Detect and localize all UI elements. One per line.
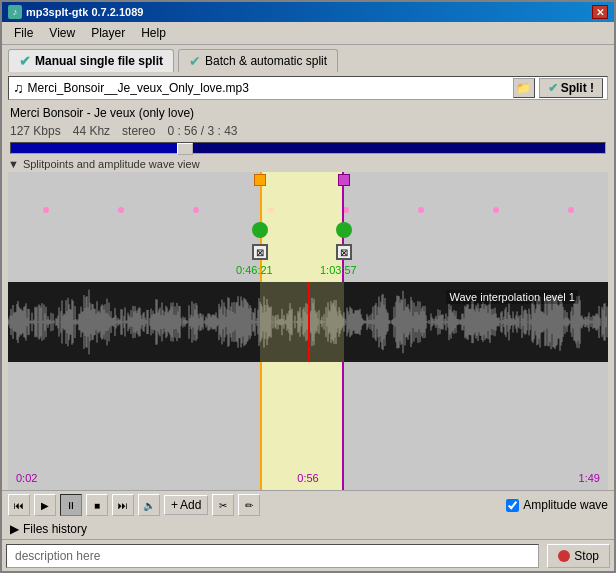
status-text-content: description here <box>15 549 100 563</box>
time-start: 0:02 <box>16 472 37 488</box>
track-details: 127 Kbps 44 Khz stereo 0 : 56 / 3 : 43 <box>2 122 614 140</box>
track-mode: stereo <box>122 124 155 138</box>
progress-bar[interactable] <box>10 142 606 154</box>
add-splitpoint-button[interactable]: + Add <box>164 495 208 515</box>
pink-dot-1 <box>43 207 49 213</box>
files-history-row[interactable]: ▶ Files history <box>2 519 614 539</box>
file-row: ♫ Merci_Bonsoir__Je_veux_Only_love.mp3 📁… <box>8 76 608 100</box>
splitpoint-right-time: 1:03:57 <box>320 264 357 276</box>
app-icon: ♪ <box>8 5 22 19</box>
time-axis: 0:02 0:56 1:49 <box>8 470 608 490</box>
wave-section-header: ▼ Splitpoints and amplitude wave view <box>2 156 614 172</box>
tabs-bar: ✔ Manual single file split ✔ Batch & aut… <box>2 45 614 72</box>
pause-button[interactable]: ⏸ <box>60 494 82 516</box>
title-bar-left: ♪ mp3splt-gtk 0.7.2.1089 <box>8 5 143 19</box>
menu-file[interactable]: File <box>6 24 41 42</box>
track-time: 0 : 56 / 3 : 43 <box>167 124 237 138</box>
tab-check-icon: ✔ <box>19 53 31 69</box>
splitpoint-right-dot[interactable] <box>336 222 352 238</box>
file-music-icon: ♫ <box>13 80 24 96</box>
plus-icon: + <box>171 498 178 512</box>
pink-dot-8 <box>568 207 574 213</box>
menu-bar: File View Player Help <box>2 22 614 45</box>
splitpoint-left-cross[interactable]: ⊠ <box>252 244 268 260</box>
files-history-label: Files history <box>23 522 87 536</box>
splitpoint-left-marker[interactable] <box>254 174 266 186</box>
browse-button[interactable]: 📁 <box>513 78 535 98</box>
splitpoint-right-marker[interactable] <box>338 174 350 186</box>
amplitude-check-group: Amplitude wave <box>506 498 608 512</box>
splitpoint-left-time: 0:46:21 <box>236 264 273 276</box>
transport-bar: ⏮ ▶ ⏸ ■ ⏭ 🔈 + Add ✂ ✏ Amplitude wave <box>2 490 614 519</box>
menu-view[interactable]: View <box>41 24 83 42</box>
add-label: Add <box>180 498 201 512</box>
pink-dot-7 <box>493 207 499 213</box>
volume-button[interactable]: 🔈 <box>138 494 160 516</box>
wave-interpolation-label: Wave interpolation level 1 <box>446 290 578 304</box>
pink-dot-2 <box>118 207 124 213</box>
wave-container[interactable]: ⊠ ⊠ 0:46:21 1:03:57 Wave interpolation l… <box>8 172 608 490</box>
time-end: 1:49 <box>579 472 600 488</box>
split-check-icon: ✔ <box>548 81 558 95</box>
progress-thumb[interactable] <box>177 143 193 155</box>
tab-batch-label: Batch & automatic split <box>205 54 327 68</box>
splitpoint-right-cross[interactable]: ⊠ <box>336 244 352 260</box>
track-freq: 44 Khz <box>73 124 110 138</box>
pink-dot-6 <box>418 207 424 213</box>
scissors-button[interactable]: ✂ <box>212 494 234 516</box>
file-name: Merci_Bonsoir__Je_veux_Only_love.mp3 <box>28 81 509 95</box>
expand-icon: ▶ <box>10 522 19 536</box>
stop-icon <box>558 550 570 562</box>
tab-manual-split[interactable]: ✔ Manual single file split <box>8 49 174 72</box>
tab-batch-check-icon: ✔ <box>189 53 201 69</box>
track-bitrate: 127 Kbps <box>10 124 61 138</box>
status-description: description here <box>6 544 539 568</box>
progress-fill <box>11 143 189 153</box>
wave-section-label: Splitpoints and amplitude wave view <box>23 158 200 170</box>
splitpoint-left-dot[interactable] <box>252 222 268 238</box>
menu-help[interactable]: Help <box>133 24 174 42</box>
track-title: Merci Bonsoir - Je veux (only love) <box>2 104 614 122</box>
stop-button[interactable]: ■ <box>86 494 108 516</box>
main-window: ♪ mp3splt-gtk 0.7.2.1089 ✕ File View Pla… <box>0 0 616 573</box>
collapse-icon: ▼ <box>8 158 19 170</box>
pencil-button[interactable]: ✏ <box>238 494 260 516</box>
play-button[interactable]: ▶ <box>34 494 56 516</box>
close-button[interactable]: ✕ <box>592 5 608 19</box>
stop-button-status[interactable]: Stop <box>547 544 610 568</box>
status-bar: description here Stop <box>2 539 614 571</box>
amplitude-label: Amplitude wave <box>523 498 608 512</box>
window-title: mp3splt-gtk 0.7.2.1089 <box>26 6 143 18</box>
amplitude-checkbox[interactable] <box>506 499 519 512</box>
title-bar: ♪ mp3splt-gtk 0.7.2.1089 ✕ <box>2 2 614 22</box>
playhead-line <box>308 282 310 362</box>
split-label: Split ! <box>561 81 594 95</box>
time-mid: 0:56 <box>297 472 318 488</box>
tab-manual-label: Manual single file split <box>35 54 163 68</box>
tab-batch-split[interactable]: ✔ Batch & automatic split <box>178 49 338 72</box>
split-button[interactable]: ✔ Split ! <box>539 78 603 98</box>
pink-dot-3 <box>193 207 199 213</box>
rewind-button[interactable]: ⏮ <box>8 494 30 516</box>
forward-button[interactable]: ⏭ <box>112 494 134 516</box>
menu-player[interactable]: Player <box>83 24 133 42</box>
wave-area: ⊠ ⊠ 0:46:21 1:03:57 Wave interpolation l… <box>8 172 608 490</box>
stop-label: Stop <box>574 549 599 563</box>
